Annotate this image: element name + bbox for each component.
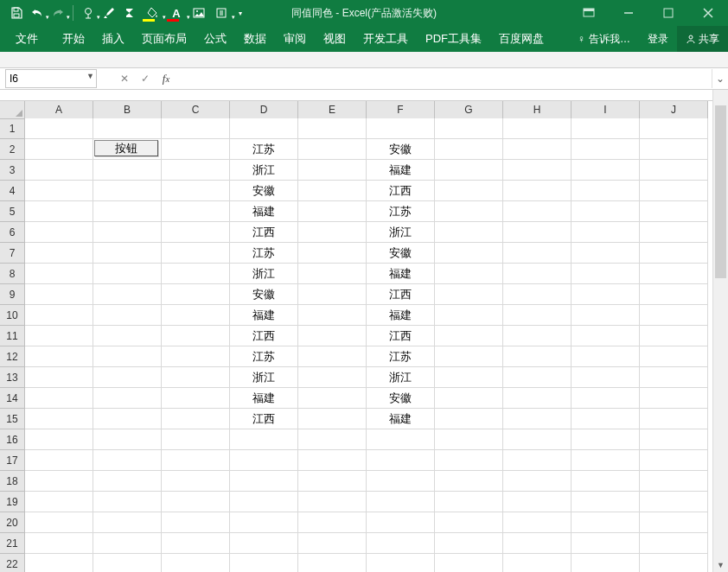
cell[interactable] bbox=[230, 118, 298, 139]
cell[interactable] bbox=[503, 160, 572, 181]
row-header[interactable]: 2 bbox=[0, 139, 25, 160]
cell[interactable] bbox=[162, 201, 230, 222]
cell[interactable] bbox=[25, 492, 93, 512]
cell[interactable]: 浙江 bbox=[230, 264, 298, 284]
cell[interactable]: 江苏 bbox=[230, 243, 298, 264]
cell[interactable] bbox=[572, 305, 640, 326]
cell[interactable] bbox=[640, 139, 708, 160]
cell[interactable] bbox=[572, 346, 640, 367]
cell[interactable] bbox=[367, 118, 435, 139]
cell[interactable] bbox=[162, 367, 230, 388]
cell[interactable] bbox=[572, 471, 640, 492]
cell[interactable] bbox=[230, 450, 298, 471]
cell[interactable] bbox=[640, 346, 708, 367]
row-header[interactable]: 20 bbox=[0, 512, 25, 533]
cell[interactable]: 安徽 bbox=[230, 181, 298, 201]
picture-icon[interactable] bbox=[189, 3, 208, 22]
vertical-scrollbar[interactable]: ▲ ▼ bbox=[712, 90, 728, 572]
cell[interactable] bbox=[640, 160, 708, 181]
cell[interactable] bbox=[640, 326, 708, 346]
tab-开发工具[interactable]: 开发工具 bbox=[354, 26, 417, 52]
cell[interactable] bbox=[93, 284, 162, 305]
cell[interactable] bbox=[25, 450, 93, 471]
row-header[interactable]: 7 bbox=[0, 243, 25, 264]
cell[interactable] bbox=[435, 367, 503, 388]
cell[interactable] bbox=[93, 367, 162, 388]
cell[interactable] bbox=[435, 139, 503, 160]
cell[interactable] bbox=[640, 118, 708, 139]
row-header[interactable]: 22 bbox=[0, 554, 25, 572]
ribbon-options-icon[interactable] bbox=[569, 0, 609, 26]
cell[interactable] bbox=[25, 367, 93, 388]
cell[interactable]: 江苏 bbox=[367, 346, 435, 367]
cell[interactable] bbox=[503, 264, 572, 284]
cell[interactable] bbox=[503, 139, 572, 160]
cell[interactable] bbox=[435, 160, 503, 181]
cell[interactable] bbox=[503, 409, 572, 429]
cell[interactable] bbox=[25, 409, 93, 429]
cell[interactable] bbox=[435, 181, 503, 201]
cell[interactable] bbox=[572, 181, 640, 201]
cell[interactable] bbox=[367, 471, 435, 492]
cell[interactable]: 安徽 bbox=[230, 284, 298, 305]
cell[interactable] bbox=[435, 409, 503, 429]
cell[interactable] bbox=[435, 305, 503, 326]
cell[interactable]: 福建 bbox=[367, 264, 435, 284]
cell[interactable] bbox=[298, 181, 367, 201]
cell[interactable] bbox=[640, 367, 708, 388]
cell[interactable] bbox=[640, 181, 708, 201]
cell[interactable] bbox=[93, 346, 162, 367]
cell[interactable]: 浙江 bbox=[230, 160, 298, 181]
cell[interactable] bbox=[93, 326, 162, 346]
cell[interactable] bbox=[25, 284, 93, 305]
cell[interactable]: 江苏 bbox=[230, 139, 298, 160]
cell[interactable] bbox=[93, 222, 162, 243]
cell[interactable] bbox=[572, 367, 640, 388]
cell[interactable] bbox=[298, 326, 367, 346]
cell[interactable] bbox=[93, 201, 162, 222]
cell[interactable] bbox=[298, 139, 367, 160]
cell[interactable] bbox=[162, 450, 230, 471]
cell[interactable] bbox=[503, 533, 572, 554]
autosum-icon[interactable] bbox=[120, 3, 139, 22]
row-header[interactable]: 19 bbox=[0, 492, 25, 512]
row-header[interactable]: 11 bbox=[0, 326, 25, 346]
cell[interactable] bbox=[298, 533, 367, 554]
cell[interactable]: 按钮 bbox=[93, 139, 162, 160]
cell[interactable] bbox=[230, 429, 298, 450]
form-button[interactable]: 按钮 bbox=[94, 140, 158, 156]
cell[interactable] bbox=[298, 367, 367, 388]
tab-页面布局[interactable]: 页面布局 bbox=[133, 26, 195, 52]
cell[interactable] bbox=[435, 533, 503, 554]
row-header[interactable]: 5 bbox=[0, 201, 25, 222]
cell[interactable] bbox=[298, 429, 367, 450]
cell[interactable] bbox=[435, 554, 503, 572]
row-header[interactable]: 8 bbox=[0, 264, 25, 284]
cell[interactable] bbox=[367, 429, 435, 450]
cell[interactable] bbox=[640, 471, 708, 492]
cell[interactable] bbox=[162, 160, 230, 181]
cell[interactable] bbox=[640, 264, 708, 284]
cell[interactable] bbox=[640, 305, 708, 326]
col-header[interactable]: F bbox=[367, 101, 435, 119]
row-header[interactable]: 12 bbox=[0, 346, 25, 367]
cell[interactable] bbox=[503, 554, 572, 572]
cell[interactable]: 福建 bbox=[230, 388, 298, 409]
tell-me[interactable]: ♀告诉我… bbox=[569, 26, 639, 52]
cell[interactable] bbox=[162, 388, 230, 409]
tab-审阅[interactable]: 审阅 bbox=[275, 26, 315, 52]
cell[interactable] bbox=[93, 554, 162, 572]
qat-customize-icon[interactable]: ▾ bbox=[234, 3, 246, 22]
cell[interactable] bbox=[162, 492, 230, 512]
cell[interactable] bbox=[93, 533, 162, 554]
cell[interactable] bbox=[298, 512, 367, 533]
cell[interactable] bbox=[503, 222, 572, 243]
cell[interactable] bbox=[162, 512, 230, 533]
cell[interactable] bbox=[640, 533, 708, 554]
cell[interactable] bbox=[572, 284, 640, 305]
cell[interactable] bbox=[298, 450, 367, 471]
cell[interactable] bbox=[435, 346, 503, 367]
cell[interactable]: 江西 bbox=[230, 409, 298, 429]
cell[interactable] bbox=[162, 533, 230, 554]
expand-formula-icon[interactable]: ⌄ bbox=[712, 69, 728, 88]
